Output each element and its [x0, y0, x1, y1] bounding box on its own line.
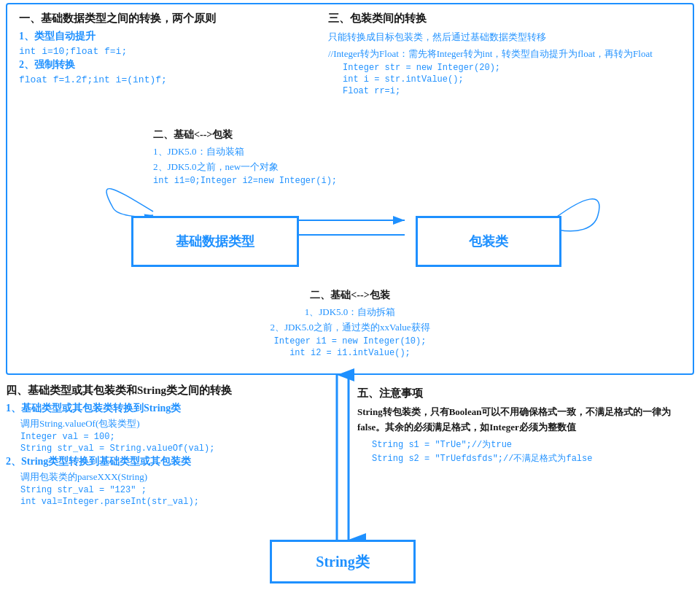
section3-text2: //Integer转为Float：需先将Integer转为int，转类型自动提升…: [328, 47, 693, 61]
section4-code1: Integer val = 100;: [6, 432, 349, 442]
section5-title: 五、注意事项: [357, 387, 693, 400]
diagram-area: 基础数据类型 包装类: [80, 209, 634, 282]
section2-code1: int i1=0;Integer i2=new Integer(i);: [153, 176, 357, 186]
section5: 五、注意事项 String转包装类，只有Boolean可以不用确保格式一致，不满…: [357, 387, 693, 466]
section3-code2: int i = str.intValue();: [328, 74, 693, 85]
box-string-label: String类: [316, 552, 369, 572]
section3-text1: 只能转换成目标包装类，然后通过基础数据类型转移: [328, 30, 693, 44]
box-jichu-label: 基础数据类型: [176, 233, 254, 250]
main-container: 一、基础数据类型之间的转换，两个原则 1、类型自动提升 int i=10;flo…: [0, 0, 700, 601]
section1-code2: float f=1.2f;int i=(int)f;: [19, 74, 303, 85]
section3-code1: Integer str = new Integer(20);: [328, 63, 693, 73]
section4-code4: int val=Integer.parseInt(str_val);: [6, 497, 349, 507]
box-baozhuang: 包装类: [416, 216, 561, 267]
box-jichu: 基础数据类型: [131, 216, 299, 267]
section4-subitem1: 调用String.valueOf(包装类型): [6, 417, 349, 430]
section2-item1: 1、JDK5.0：自动装箱: [153, 145, 357, 158]
section-unbox-item2: 2、JDK5.0之前，通过类的xxValue获得: [168, 321, 532, 334]
section4-title: 四、基础类型或其包装类和String类之间的转换: [6, 384, 349, 398]
section4-code3: String str_val = "123" ;: [6, 485, 349, 495]
box-string: String类: [270, 540, 416, 583]
section5-code1: String s1 = "TrUe";//为true: [357, 438, 693, 451]
section3-title: 三、包装类间的转换: [328, 12, 693, 26]
section-unbox-item1: 1、JDK5.0：自动拆箱: [168, 306, 532, 319]
section2-item2: 2、JDK5.0之前，new一个对象: [153, 160, 357, 174]
section-unbox-code1: Integer i1 = new Integer(10);: [168, 336, 532, 346]
section-unbox: 二、基础<-->包装 1、JDK5.0：自动拆箱 2、JDK5.0之前，通过类的…: [168, 289, 532, 360]
section4-item1: 1、基础类型或其包装类转换到String类: [6, 402, 349, 415]
section1: 一、基础数据类型之间的转换，两个原则 1、类型自动提升 int i=10;flo…: [19, 12, 303, 87]
section1-title: 一、基础数据类型之间的转换，两个原则: [19, 12, 303, 26]
section-unbox-code2: int i2 = i1.intValue();: [168, 348, 532, 358]
section-unbox-title: 二、基础<-->包装: [168, 289, 532, 302]
section5-text1: String转包装类，只有Boolean可以不用确保格式一致，不满足格式的一律为…: [357, 405, 693, 435]
section4-subitem2: 调用包装类的parseXXX(String): [6, 470, 349, 484]
section3: 三、包装类间的转换 只能转换成目标包装类，然后通过基础数据类型转移 //Inte…: [328, 12, 693, 98]
section4: 四、基础类型或其包装类和String类之间的转换 1、基础类型或其包装类转换到S…: [6, 384, 349, 508]
section4-item2: 2、String类型转换到基础类型或其包装类: [6, 455, 349, 468]
section2: 二、基础<-->包装 1、JDK5.0：自动装箱 2、JDK5.0之前，new一…: [153, 128, 357, 187]
top-box: 一、基础数据类型之间的转换，两个原则 1、类型自动提升 int i=10;flo…: [6, 3, 694, 375]
section1-item1: 1、类型自动提升: [19, 30, 303, 43]
section4-code2: String str_val = String.valueOf(val);: [6, 443, 349, 454]
box-baozhuang-label: 包装类: [469, 233, 508, 250]
section5-code2: String s2 = "TrUefdsfds";//不满足格式为false: [357, 452, 693, 465]
section1-code1: int i=10;float f=i;: [19, 46, 303, 57]
section3-code3: Float rr=i;: [328, 86, 693, 96]
section2-title: 二、基础<-->包装: [153, 128, 357, 141]
section1-item2: 2、强制转换: [19, 58, 303, 71]
